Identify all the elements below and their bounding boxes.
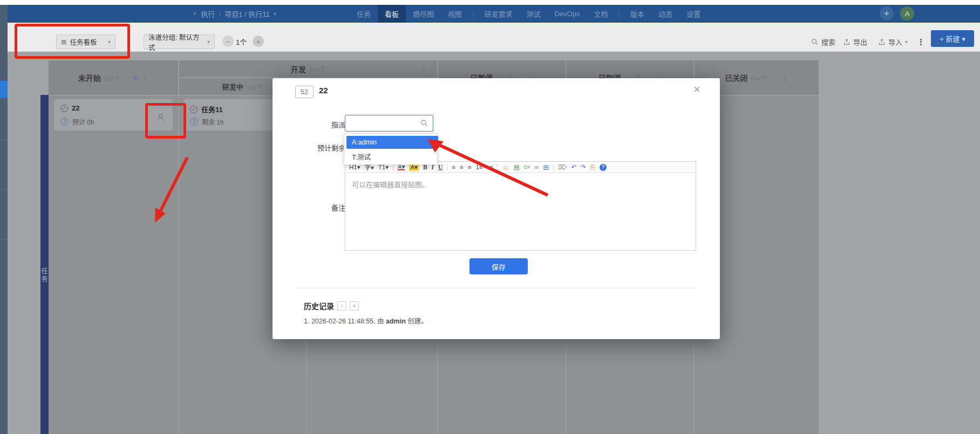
task-check-icon[interactable]: ✓ [60,105,68,112]
column-more-icon[interactable]: ⋮ [781,74,788,82]
undo-icon[interactable]: ↶ [571,163,576,171]
image-icon[interactable]: ▤ [514,163,520,171]
sidebar-divider [0,189,8,190]
priority-badge: 3 [60,118,69,126]
dropdown-option-test[interactable]: T:测试 [346,150,438,163]
history-entry-actor: admin [386,318,406,325]
wip-count-value: 1个 [236,35,247,49]
paste-icon[interactable]: ⎘ [590,164,595,171]
app-window: ⚡ 执行 › 项目1 / 执行11 ▾ 任务 看板 燃尽图 视图 | 研发需求 … [0,0,980,434]
note-field-label: 备注 [302,202,345,212]
align-center-icon[interactable]: ≡ [460,164,464,170]
annotation-box-assignee-icon [145,103,186,139]
column-title: 未开始 [78,72,101,83]
column-title: 已关闭 [725,72,747,83]
emoticon-icon[interactable]: ☺ [502,163,509,171]
collapsed-sidebar[interactable] [0,5,8,434]
search-label: 搜索 [821,37,835,47]
tab-test[interactable]: 测试 [519,5,547,23]
code-icon[interactable]: C# [524,164,530,170]
align-right-icon[interactable]: ≡ [468,164,472,170]
wip-minus-button[interactable]: − [222,36,234,47]
task-effort-label: 剩余 1h [202,117,224,126]
tab-devops[interactable]: DevOps [547,5,587,23]
help-icon[interactable]: ? [600,164,607,171]
import-label: 导入 [888,37,902,47]
editor-placeholder: 可以在编辑器直接贴图。 [352,179,429,189]
task-effort-label: 预计 0h [72,117,94,126]
tab-kanban[interactable]: 看板 [378,5,406,23]
link-icon[interactable]: ∞ [534,164,539,170]
task-check-icon[interactable]: ✓ [190,106,198,113]
column-wip-count: 1/∞个 [309,64,326,73]
column-more-icon[interactable]: ⋮ [141,74,148,82]
tab-doc[interactable]: 文档 [587,5,615,23]
tab-build[interactable]: 版本 [623,5,651,23]
remove-format-icon[interactable]: ⌦ [558,163,567,171]
toolbar-separator [553,164,554,171]
breadcrumb-separator-icon: › [219,10,221,18]
redo-icon[interactable]: ↷ [581,163,586,171]
column-header-wait[interactable]: 未开始 1/∞个 ⊞ ⋮ [49,60,178,95]
underline-icon[interactable]: U [438,164,443,170]
avatar[interactable]: A [900,6,914,20]
note-rich-text-editor[interactable]: H1▾ 字▾ T1▾ A▾ A▾ B I U ≡ ≡ ≡ 1≡ •≡ ☺ ▤ C… [345,161,696,251]
table-icon[interactable]: ⊞ [543,163,549,171]
subcolumn-title: 研发中 [222,81,243,92]
dropdown-option-admin[interactable]: A:admin [346,136,438,149]
align-left-icon[interactable]: ≡ [452,164,455,170]
chevron-down-icon: ▾ [274,11,276,17]
breadcrumb-section[interactable]: 执行 [201,9,215,19]
history-entry-action: 创建。 [406,318,428,325]
toolbar-separator [447,164,447,171]
lane-group-select[interactable]: 泳道分组: 默认方式 ▾ [144,35,215,49]
search-icon [420,119,428,127]
column-wip-count: 1/∞个 [104,73,121,82]
history-title-text: 历史记录 [304,300,334,311]
tab-view[interactable]: 视图 [441,5,469,23]
close-icon[interactable]: × [693,82,700,97]
ordered-list-icon[interactable]: 1≡ [476,164,483,170]
top-edge-strip [0,0,980,5]
column-more-icon[interactable]: ⋮ [420,65,427,73]
add-card-icon[interactable]: ⊞ [132,74,138,82]
import-icon [878,38,886,46]
tab-divider: | [615,5,623,23]
lane-group-label: 泳道分组: 默认方式 [148,32,204,52]
create-button[interactable]: + 新建 ▾ [931,30,974,47]
search-icon [811,38,819,46]
history-reverse-icon[interactable]: ↑ [337,301,346,311]
sidebar-divider [0,239,8,239]
column-body-wait [49,96,178,434]
export-button[interactable]: 导出 [843,35,867,49]
tab-divider: | [469,5,477,23]
nav-tabs: 任务 看板 燃尽图 视图 | 研发需求 测试 DevOps 文档 | 版本 动态… [350,5,707,23]
tab-burndown[interactable]: 燃尽图 [406,5,441,23]
global-add-button[interactable]: + [880,6,894,20]
unordered-list-icon[interactable]: •≡ [487,164,493,170]
tab-dynamic[interactable]: 动态 [651,5,679,23]
more-actions-button[interactable]: ⋮ [917,35,925,49]
tab-task[interactable]: 任务 [350,5,378,23]
breadcrumb-path[interactable]: 项目1 / 执行11 [224,9,270,19]
tab-story[interactable]: 研发需求 [477,5,519,23]
estimate-field-label: 预计剩余 [302,142,345,153]
swimlane-bar [40,95,49,434]
history-entry-time: 1. 2026-02-26 11:48:55, 由 [304,318,386,325]
search-button[interactable]: 搜索 [811,35,835,49]
wip-plus-button[interactable]: + [253,36,264,47]
sidebar-active-indicator[interactable] [0,81,8,98]
history-expand-icon[interactable]: + [350,301,359,311]
column-wip-count: 0/∞个 [751,73,767,82]
tab-settings[interactable]: 设置 [679,5,707,23]
column-header-dev[interactable]: 开发 1/∞个 ⋮ [179,60,437,77]
export-icon [843,38,850,46]
import-button[interactable]: 导入 ▾ [878,35,908,49]
task-card-title: 任务11 [201,104,223,114]
modal-divider [295,288,697,288]
assign-input[interactable] [345,115,433,132]
execution-icon: ⚡ [192,10,197,18]
history-entry: 1. 2026-02-26 11:48:55, 由 admin 创建。 [304,315,428,326]
save-button[interactable]: 保存 [469,258,528,274]
breadcrumb[interactable]: ⚡ 执行 › 项目1 / 执行11 ▾ [192,5,276,23]
